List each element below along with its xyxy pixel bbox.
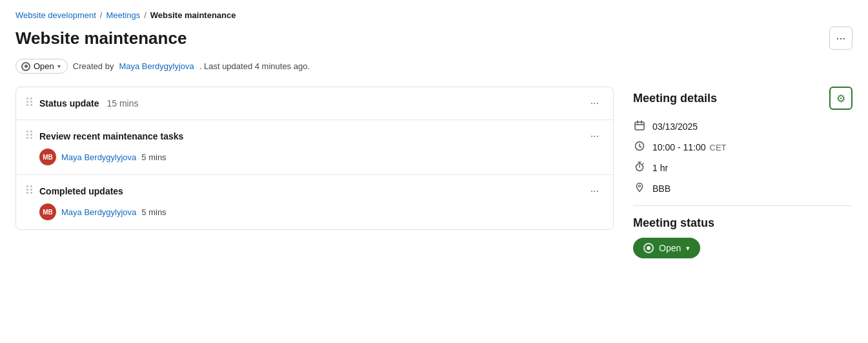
drag-dot [26, 101, 28, 103]
agenda-item-3-meta: MB Maya Berdygylyjova 5 mins [39, 203, 603, 220]
main-layout: Status update 15 mins ··· [15, 87, 853, 258]
agenda-item-1-content: Status update 15 mins ··· [39, 96, 603, 110]
drag-dot [26, 192, 28, 194]
drag-dot [26, 130, 28, 132]
open-circle-icon [21, 62, 30, 71]
agenda-item-1-duration: 15 mins [106, 98, 138, 109]
status-chevron-icon: ▾ [686, 244, 690, 253]
meeting-timezone: CET [710, 143, 727, 152]
drag-dot [30, 137, 32, 139]
page-title: Website maintenance [15, 28, 187, 48]
presenter-3-name[interactable]: Maya Berdygylyjova [61, 207, 136, 217]
agenda-item-2-title: Review recent maintenance tasks [39, 131, 183, 141]
created-by-text: Created by [73, 61, 114, 71]
open-label: Open [34, 61, 54, 71]
agenda-item-2-actions: ··· [587, 129, 603, 143]
drag-dot [26, 185, 28, 187]
meeting-date: 03/13/2025 [652, 121, 698, 132]
meeting-status-button[interactable]: Open ▾ [633, 238, 700, 258]
meeting-duration: 1 hr [652, 163, 668, 173]
right-panel: Meeting details ⚙ 03/13/2025 [633, 87, 853, 258]
meeting-time-range: 10:00 - 11:00 [652, 142, 706, 152]
details-divider [633, 205, 853, 206]
agenda-item-1-title: Status update [39, 98, 99, 109]
drag-dot [26, 104, 28, 106]
open-chevron-icon: ▾ [57, 63, 61, 70]
drag-dot [30, 189, 32, 191]
breadcrumb-sep-2: / [144, 10, 146, 20]
breadcrumb: Website development / Meetings / Website… [15, 10, 853, 20]
gear-icon: ⚙ [836, 92, 845, 105]
agenda-item-1-actions: ··· [587, 96, 603, 110]
meeting-duration-item: 1 hr [633, 161, 853, 174]
drag-dot [30, 192, 32, 194]
breadcrumb-link-1[interactable]: Website development [15, 10, 96, 20]
agenda-item-2-more-button[interactable]: ··· [587, 129, 603, 143]
drag-dot [26, 134, 28, 136]
agenda-section: Status update 15 mins ··· [15, 87, 614, 230]
meeting-details-title: Meeting details [633, 92, 717, 105]
calendar-icon [633, 120, 646, 133]
agenda-item-3-actions: ··· [587, 184, 603, 198]
presenter-2-duration: 5 mins [141, 152, 166, 162]
meeting-date-item: 03/13/2025 [633, 120, 853, 133]
presenter-3-avatar: MB [39, 203, 56, 220]
drag-dot [30, 101, 32, 103]
drag-dot [26, 137, 28, 139]
drag-dot [30, 130, 32, 132]
page-more-button[interactable]: ··· [829, 26, 853, 50]
status-open-icon [643, 243, 654, 253]
presenter-2-name[interactable]: Maya Berdygylyjova [61, 152, 136, 162]
agenda-item-3-more-button[interactable]: ··· [587, 184, 603, 198]
agenda-item-1: Status update 15 mins ··· [16, 87, 613, 120]
meeting-details-header: Meeting details ⚙ [633, 87, 853, 110]
status-bar: Open ▾ Created by Maya Berdygylyjova . L… [15, 59, 853, 74]
title-row: Website maintenance ··· [15, 26, 853, 50]
drag-dot [26, 189, 28, 191]
presenter-2-avatar: MB [39, 149, 56, 165]
breadcrumb-sep-1: / [100, 10, 103, 20]
svg-point-3 [639, 185, 641, 187]
breadcrumb-link-2[interactable]: Meetings [106, 10, 140, 20]
breadcrumb-current: Website maintenance [150, 10, 236, 20]
meeting-time-item: 10:00 - 11:00 CET [633, 141, 853, 154]
updated-text: . Last updated 4 minutes ago. [199, 61, 310, 71]
drag-handle-1[interactable] [26, 96, 33, 106]
open-status-badge[interactable]: Open ▾ [15, 59, 68, 74]
clock-icon [633, 141, 646, 154]
author-link[interactable]: Maya Berdygylyjova [119, 61, 194, 71]
agenda-item-3: Completed updates ··· MB Maya Berdygylyj… [16, 175, 613, 229]
location-icon [633, 182, 646, 195]
agenda-item-1-title-group: Status update 15 mins [39, 98, 139, 109]
agenda-item-1-header: Status update 15 mins ··· [39, 96, 603, 110]
drag-dot [26, 98, 28, 99]
agenda-item-3-header: Completed updates ··· [39, 184, 603, 198]
drag-dot [30, 104, 32, 106]
stopwatch-icon [633, 161, 646, 174]
agenda-item-2: Review recent maintenance tasks ··· MB M… [16, 120, 613, 175]
meeting-status-label: Open [659, 243, 681, 253]
drag-handle-2[interactable] [26, 129, 33, 139]
agenda-item-2-meta: MB Maya Berdygylyjova 5 mins [39, 149, 603, 165]
presenter-3-duration: 5 mins [141, 207, 166, 217]
meeting-status-title: Meeting status [633, 216, 853, 230]
agenda-item-1-more-button[interactable]: ··· [587, 96, 603, 110]
drag-dot [30, 134, 32, 136]
agenda-item-3-title: Completed updates [39, 186, 123, 196]
meeting-settings-button[interactable]: ⚙ [829, 87, 853, 110]
meeting-status-section: Meeting status Open ▾ [633, 216, 853, 258]
agenda-item-3-content: Completed updates ··· MB Maya Berdygylyj… [39, 184, 603, 220]
agenda-item-2-content: Review recent maintenance tasks ··· MB M… [39, 129, 603, 165]
drag-dot [30, 98, 32, 99]
meeting-location: BBB [652, 183, 671, 194]
drag-dot [30, 185, 32, 187]
meeting-time-group: 10:00 - 11:00 CET [652, 142, 727, 152]
svg-rect-0 [635, 122, 644, 130]
agenda-item-2-header: Review recent maintenance tasks ··· [39, 129, 603, 143]
drag-handle-3[interactable] [26, 184, 33, 194]
meeting-location-item: BBB [633, 182, 853, 195]
